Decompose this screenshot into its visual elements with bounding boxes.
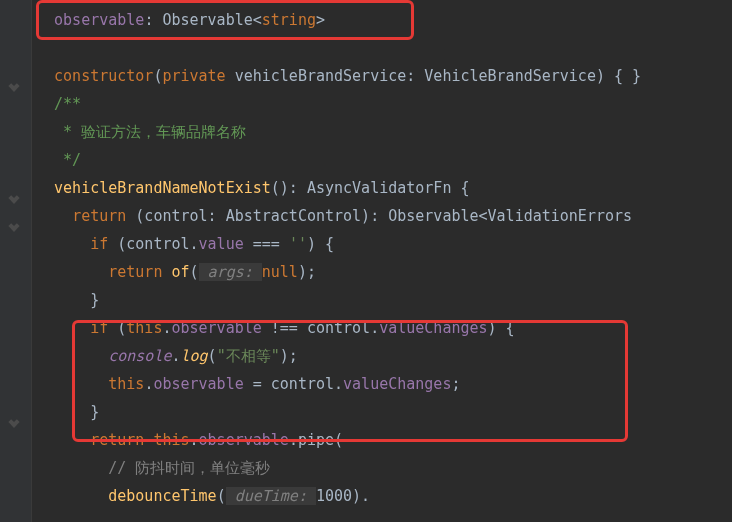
token-punct: (: [217, 487, 226, 505]
token-ident: ===: [244, 235, 289, 253]
token-number: 1000: [316, 487, 352, 505]
token-punct: );: [280, 347, 298, 365]
token-keyword: private: [162, 67, 225, 85]
token-ident: = control.: [244, 375, 343, 393]
token-punct: : Observable<: [144, 11, 261, 29]
token-keyword: constructor: [54, 67, 153, 85]
token-punct: ) { }: [596, 67, 641, 85]
indent: [36, 459, 108, 477]
token-doc: * 验证方法，车辆品牌名称: [63, 123, 246, 141]
token-keyword: this: [126, 319, 162, 337]
token-keyword: null: [262, 263, 298, 281]
indent: [36, 319, 90, 337]
token-punct: }: [90, 291, 99, 309]
code-line: vehicleBrandNameNotExist(): AsyncValidat…: [32, 174, 732, 202]
code-line: return this.observable.pipe(: [32, 426, 732, 454]
fold-marker-icon[interactable]: [8, 416, 19, 427]
code-line: */: [32, 146, 732, 174]
token-ident: .pipe(: [289, 431, 343, 449]
indent: [36, 151, 63, 169]
fold-marker-icon[interactable]: [8, 220, 19, 231]
token-ident: (control.: [117, 235, 198, 253]
indent: [36, 179, 54, 197]
token-comment: // 防抖时间，单位毫秒: [108, 459, 270, 477]
token-punct: .: [171, 347, 180, 365]
code-line: observable: Observable<string>: [32, 6, 732, 34]
token-punct: ) {: [307, 235, 334, 253]
token-param-hint: args:: [199, 263, 262, 281]
code-line: constructor(private vehicleBrandService:…: [32, 62, 732, 90]
token-param-hint: dueTime:: [226, 487, 316, 505]
indent: [36, 235, 90, 253]
token-ident: (control: AbstractControl): Observable<V…: [135, 207, 632, 225]
token-ident: vehicleBrandService: [226, 67, 407, 85]
indent: [36, 263, 108, 281]
code-line: return (control: AbstractControl): Obser…: [32, 202, 732, 230]
token-keyword: return: [72, 207, 135, 225]
token-ident: !== control.: [262, 319, 379, 337]
token-field: observable: [171, 319, 261, 337]
fold-marker-icon[interactable]: [8, 80, 19, 91]
token-punct: ).: [352, 487, 370, 505]
code-line: }: [32, 398, 732, 426]
token-punct: }: [90, 403, 99, 421]
code-line: if (this.observable !== control.valueCha…: [32, 314, 732, 342]
token-punct: (: [117, 319, 126, 337]
indent: [36, 123, 63, 141]
token-func: vehicleBrandNameNotExist: [54, 179, 271, 197]
code-line: /**: [32, 90, 732, 118]
token-string: "不相等": [217, 347, 280, 365]
token-keyword: return: [108, 263, 171, 281]
code-line: // 防抖时间，单位毫秒: [32, 454, 732, 482]
token-func: of: [171, 263, 189, 281]
editor-gutter: [0, 0, 32, 522]
token-punct: .: [190, 431, 199, 449]
token-punct: );: [298, 263, 316, 281]
token-punct: (): AsyncValidatorFn {: [271, 179, 470, 197]
token-field: observable: [199, 431, 289, 449]
code-editor[interactable]: observable: Observable<string> construct…: [32, 0, 732, 522]
token-punct: >: [316, 11, 325, 29]
token-doc: */: [63, 151, 81, 169]
token-field: valueChanges: [343, 375, 451, 393]
code-line: debounceTime( dueTime: 1000).: [32, 482, 732, 510]
token-keyword: this: [108, 375, 144, 393]
token-keyword: if: [90, 319, 117, 337]
token-type: : VehicleBrandService: [406, 67, 596, 85]
indent: [36, 207, 72, 225]
indent: [36, 11, 54, 29]
token-log: log: [181, 347, 208, 365]
token-field: value: [199, 235, 244, 253]
token-string: '': [289, 235, 307, 253]
token-field: valueChanges: [379, 319, 487, 337]
token-func: debounceTime: [108, 487, 216, 505]
fold-marker-icon[interactable]: [8, 192, 19, 203]
indent: [36, 95, 54, 113]
token-console: console: [108, 347, 171, 365]
code-line: return of( args: null);: [32, 258, 732, 286]
indent: [36, 67, 54, 85]
token-punct: ;: [451, 375, 460, 393]
token-punct: (: [190, 263, 199, 281]
indent: [36, 291, 90, 309]
token-doc: /**: [54, 95, 81, 113]
token-punct: (: [208, 347, 217, 365]
token-keyword: return: [90, 431, 153, 449]
code-line: }: [32, 286, 732, 314]
indent: [36, 487, 108, 505]
token-keyword: if: [90, 235, 117, 253]
token-field: observable: [153, 375, 243, 393]
code-line: console.log("不相等");: [32, 342, 732, 370]
indent: [36, 375, 108, 393]
indent: [36, 403, 90, 421]
code-line: this.observable = control.valueChanges;: [32, 370, 732, 398]
blank-line: [32, 34, 732, 62]
token-punct: ) {: [488, 319, 515, 337]
code-line: if (control.value === '') {: [32, 230, 732, 258]
token-field: observable: [54, 11, 144, 29]
code-line: * 验证方法，车辆品牌名称: [32, 118, 732, 146]
indent: [36, 347, 108, 365]
indent: [36, 431, 90, 449]
token-keyword: this: [153, 431, 189, 449]
token-keyword: string: [262, 11, 316, 29]
